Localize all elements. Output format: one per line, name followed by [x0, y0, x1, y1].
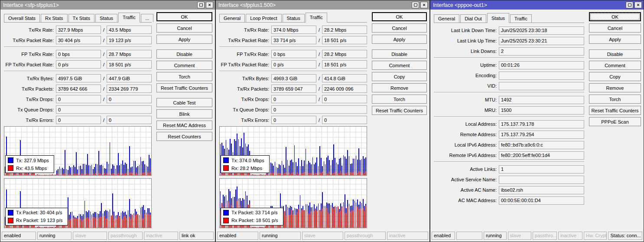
field-value-remote-ipv6-address[interactable]: fe80::200:5eff:fe00:1d4 — [499, 151, 584, 160]
comment-button[interactable]: Comment — [156, 61, 212, 70]
close-button[interactable]: × — [206, 2, 213, 8]
field-value-local-address[interactable]: 175.137.79.178 — [499, 120, 584, 128]
tab-traffic[interactable]: Traffic — [118, 13, 140, 23]
ok-button[interactable]: OK — [589, 12, 641, 21]
close-button[interactable]: × — [634, 2, 642, 8]
titlebar[interactable]: Interface <sfpplus1.500> × — [216, 0, 429, 10]
field-value-tx-rx-bytes[interactable]: 414.8 GiB — [322, 74, 367, 82]
tab-empty[interactable]: ... — [141, 14, 153, 22]
comment-button[interactable]: Comment — [372, 61, 427, 70]
field-value-fp-tx-rx-rate[interactable]: 0 bps — [56, 50, 101, 58]
field-value-tx-rx-packets[interactable]: 3789 659 047 — [271, 85, 316, 93]
close-button[interactable]: × — [420, 2, 428, 8]
reset-traffic-counters-button[interactable]: Reset Traffic Counters — [589, 106, 641, 115]
tab-traffic[interactable]: Traffic — [510, 14, 532, 23]
tab-rx-stats[interactable]: Rx Stats — [41, 14, 68, 22]
tab-overall-stats[interactable]: Overall Stats — [4, 14, 40, 22]
cable-test-button[interactable]: Cable Test — [156, 98, 212, 107]
field-value-tx-rx-packets[interactable]: 3789 642 666 — [56, 85, 101, 93]
maximize-button[interactable] — [412, 2, 419, 8]
maximize-button[interactable] — [197, 2, 205, 8]
field-value-uptime[interactable]: 00:01:26 — [499, 61, 584, 69]
field-value-tx-rx-errors[interactable]: 0 — [271, 116, 316, 124]
field-value-tx-queue-drops[interactable]: 0 — [56, 105, 152, 114]
field-value-tx-rx-bytes[interactable]: 4969.3 GiB — [271, 74, 316, 82]
field-value-active-service-name[interactable] — [499, 176, 584, 184]
apply-button[interactable]: Apply — [156, 35, 212, 44]
tab-general[interactable]: General — [434, 14, 459, 23]
field-value-tx-queue-drops[interactable]: 0 — [271, 105, 367, 114]
apply-button[interactable]: Apply — [589, 35, 641, 44]
field-value-tx-rx-drops[interactable]: 0 — [271, 95, 316, 103]
field-value-tx-rx-bytes[interactable]: 447.9 GiB — [107, 74, 152, 82]
field-value-tx-rx-errors[interactable]: 0 — [322, 116, 367, 124]
field-value-link-downs[interactable]: 2 — [499, 47, 584, 56]
field-value-remote-address[interactable]: 175.137.79.254 — [499, 131, 584, 139]
copy-button[interactable]: Copy — [589, 72, 641, 81]
torch-button[interactable]: Torch — [589, 95, 641, 104]
field-value-tx-rx-rate[interactable]: 28.2 Mbps — [322, 26, 367, 34]
ok-button[interactable]: OK — [156, 12, 212, 21]
field-value-active-links[interactable]: 1 — [499, 165, 584, 173]
field-value-tx-rx-errors[interactable]: 0 — [56, 116, 101, 124]
field-value-tx-rx-rate[interactable]: 374.0 Mbps — [271, 26, 316, 34]
tab-traffic[interactable]: Traffic — [306, 13, 327, 23]
field-value-fp-tx-rx-rate[interactable]: 28.2 Mbps — [322, 50, 367, 58]
field-value-vid[interactable] — [499, 82, 584, 90]
titlebar[interactable]: Interface <sfp-sfpplus1> × — [0, 0, 215, 10]
cancel-button[interactable]: Cancel — [372, 23, 427, 33]
titlebar[interactable]: Interface <pppoe-out1> × — [430, 0, 644, 10]
reset-counters-button[interactable]: Reset Counters — [156, 132, 212, 141]
tab-status[interactable]: Status — [95, 14, 117, 22]
field-value-fp-tx-rx-rate[interactable]: 0 bps — [271, 50, 316, 58]
field-value-tx-rx-drops[interactable]: 0 — [322, 95, 367, 103]
cancel-button[interactable]: Cancel — [156, 23, 212, 33]
field-value-last-link-down-time[interactable]: Jun/25/2025 23:30:18 — [499, 26, 584, 35]
tab-tx-stats[interactable]: Tx Stats — [68, 14, 94, 22]
remove-button[interactable]: Remove — [589, 83, 641, 92]
field-value-tx-rx-rate[interactable]: 327.9 Mbps — [56, 26, 101, 34]
cancel-button[interactable]: Cancel — [589, 23, 641, 33]
field-value-tx-rx-drops[interactable]: 0 — [56, 95, 101, 103]
blink-button[interactable]: Blink — [156, 109, 212, 118]
field-value-last-link-up-time[interactable]: Jun/25/2025 23:30:21 — [499, 37, 584, 45]
tab-loop-protect[interactable]: Loop Protect — [246, 14, 281, 22]
reset-mac-address-button[interactable]: Reset MAC Address — [156, 121, 212, 130]
field-value-tx-rx-errors[interactable]: 0 — [107, 116, 152, 124]
tab-general[interactable]: General — [219, 14, 245, 22]
field-value-local-ipv6-address[interactable]: fe80::bd7b:a9c6:0:c — [499, 141, 584, 149]
field-value-tx-rx-packet-rate[interactable]: 33 714 p/s — [271, 36, 316, 44]
maximize-button[interactable] — [626, 2, 633, 8]
field-value-tx-rx-packet-rate[interactable]: 30 404 p/s — [56, 36, 101, 44]
remove-button[interactable]: Remove — [372, 83, 427, 92]
comment-button[interactable]: Comment — [589, 61, 641, 70]
torch-button[interactable]: Torch — [372, 95, 427, 104]
field-value-tx-rx-rate[interactable]: 43.5 Mbps — [107, 26, 152, 34]
field-value-tx-rx-bytes[interactable]: 4997.5 GiB — [56, 74, 101, 82]
tab-dial-out[interactable]: Dial Out — [460, 14, 486, 23]
apply-button[interactable]: Apply — [372, 35, 427, 44]
field-value-tx-rx-drops[interactable]: 0 — [107, 95, 152, 103]
field-value-fp-tx-rx-packet-rate[interactable]: 0 p/s — [271, 60, 316, 69]
field-value-encoding[interactable] — [499, 72, 584, 80]
field-value-tx-rx-packets[interactable]: 2334 269 779 — [107, 85, 152, 93]
disable-button[interactable]: Disable — [372, 49, 427, 59]
tab-status[interactable]: Status — [283, 14, 305, 22]
torch-button[interactable]: Torch — [156, 72, 212, 81]
reset-traffic-counters-button[interactable]: Reset Traffic Counters — [372, 106, 427, 115]
field-value-fp-tx-rx-packet-rate[interactable]: 18 501 p/s — [322, 60, 367, 69]
field-value-mtu[interactable]: 1492 — [499, 96, 584, 104]
field-value-fp-tx-rx-rate[interactable]: 28.7 Mbps — [107, 50, 152, 58]
disable-button[interactable]: Disable — [589, 49, 641, 59]
reset-traffic-counters-button[interactable]: Reset Traffic Counters — [156, 83, 212, 92]
field-value-fp-tx-rx-packet-rate[interactable]: 0 p/s — [56, 60, 101, 69]
pppoe-scan-button[interactable]: PPPoE Scan — [589, 117, 641, 126]
disable-button[interactable]: Disable — [156, 49, 212, 59]
tab-status[interactable]: Status — [487, 13, 509, 23]
field-value-tx-rx-packet-rate[interactable]: 19 123 p/s — [107, 36, 152, 44]
field-value-tx-rx-packets[interactable]: 2246 009 096 — [322, 85, 367, 93]
field-value-active-ac-name[interactable]: ibse02.rsh — [499, 186, 584, 194]
field-value-mru[interactable]: 1500 — [499, 106, 584, 114]
ok-button[interactable]: OK — [372, 12, 427, 21]
field-value-ac-mac-address[interactable]: 00:00:5E:00:01:D4 — [499, 196, 584, 205]
